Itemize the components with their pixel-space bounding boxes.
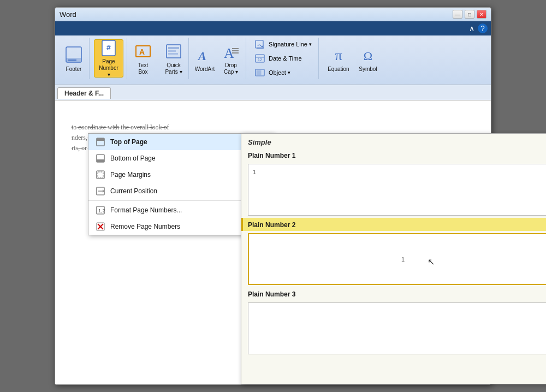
svg-text:1,2: 1,2 — [98, 208, 105, 213]
svg-rect-31 — [98, 172, 103, 177]
top-of-page-label: Top of Page — [110, 138, 258, 146]
svg-text:A: A — [197, 49, 206, 63]
wordart-label: WordArt — [195, 66, 215, 72]
doc-line-1: to coordinate with the overall look of — [72, 122, 474, 133]
plain-number-2-number: 1 — [401, 256, 405, 263]
svg-text:#: # — [106, 43, 111, 52]
footer-label: Footer — [66, 66, 82, 72]
dropcap-button[interactable]: A DropCap ▾ — [218, 39, 244, 78]
equation-icon: π — [329, 45, 348, 64]
plain-number-3-preview[interactable]: 1 — [248, 302, 546, 354]
object-label: Object — [269, 69, 286, 76]
ribbon: Footer # PageNumber ▾ — [55, 35, 491, 85]
svg-rect-14 — [232, 48, 239, 49]
window-title: Word — [60, 10, 76, 19]
svg-rect-16 — [232, 52, 239, 54]
minimize-button[interactable]: — — [453, 10, 462, 19]
signature-line-icon — [254, 38, 267, 51]
quickparts-button[interactable]: QuickParts ▾ — [161, 39, 186, 78]
quickparts-label: QuickParts ▾ — [165, 62, 182, 75]
close-button[interactable]: ✕ — [477, 10, 486, 19]
maximize-button[interactable]: □ — [465, 10, 474, 19]
footer-icon — [64, 45, 84, 64]
pagenumber-icon: # — [99, 39, 118, 57]
symbol-button[interactable]: Ω Symbol — [354, 39, 382, 78]
quickparts-icon — [164, 41, 183, 61]
symbols-group: π Equation Ω Symbol — [320, 38, 387, 79]
remove-page-numbers-icon — [95, 221, 106, 232]
svg-text:A: A — [139, 47, 145, 56]
format-page-numbers-icon: 1,2 — [95, 205, 106, 216]
svg-rect-10 — [168, 50, 176, 52]
textbox-button[interactable]: A Text Box — [130, 39, 156, 78]
top-of-page-submenu: ▲ ≡ Simple Plain Number 1 1 — [241, 133, 546, 384]
top-of-page-icon — [95, 136, 106, 147]
object-icon — [254, 66, 267, 79]
svg-text:Ω: Ω — [364, 49, 372, 63]
wordart-button[interactable]: A WordArt — [192, 39, 217, 78]
wordart-icon: A — [195, 45, 215, 64]
page-number-button[interactable]: # PageNumber ▾ — [94, 39, 123, 78]
wordart-dropcap-group: A WordArt A DropCap ▾ — [190, 38, 246, 79]
submenu-content: Simple Plain Number 1 1 Plain Number 2 1 — [241, 134, 546, 354]
textbox-icon: A — [133, 41, 153, 61]
footer-button[interactable]: Footer — [62, 39, 86, 78]
title-bar: Word — □ ✕ — [55, 8, 491, 21]
current-position-label: Current Position — [110, 187, 258, 195]
current-position-icon — [95, 186, 106, 197]
tab-bar: Header & F... — [55, 85, 491, 100]
signature-line-button[interactable]: Signature Line ▾ — [252, 38, 314, 51]
date-time-label: Date & Time — [269, 55, 302, 62]
plain-number-1-label: Plain Number 1 — [241, 149, 546, 162]
content-area: to coordinate with the overall look of n… — [55, 100, 491, 384]
signature-line-label: Signature Line — [269, 41, 307, 47]
tab-header-footer-label: Header & F... — [64, 90, 104, 97]
svg-rect-15 — [232, 50, 239, 51]
window-controls: — □ ✕ — [453, 10, 486, 19]
plain-number-3-label: Plain Number 3 — [241, 287, 546, 300]
insert-items-group: Signature Line ▾ 12 Date & Time — [247, 38, 319, 79]
ribbon-toolbar: Footer # PageNumber ▾ — [55, 35, 491, 85]
plain-number-2-preview[interactable]: 1 ↖ — [248, 233, 546, 285]
tab-header-footer[interactable]: Header & F... — [57, 87, 111, 99]
svg-rect-11 — [168, 53, 178, 55]
svg-rect-23 — [257, 70, 261, 75]
help-button[interactable]: ? — [478, 23, 488, 33]
symbol-label: Symbol — [359, 66, 377, 73]
word-window: Word — □ ✕ ∧ ? — [55, 7, 491, 385]
date-time-button[interactable]: 12 Date & Time — [252, 52, 314, 65]
svg-rect-29 — [97, 159, 104, 162]
textbox-group: A Text Box — [128, 38, 158, 79]
equation-label: Equation — [328, 66, 349, 73]
equation-button[interactable]: π Equation — [324, 39, 353, 78]
symbol-icon: Ω — [358, 45, 378, 64]
up-arrow-icon[interactable]: ∧ — [469, 24, 474, 33]
quick-access-bar: ∧ ? — [55, 21, 491, 35]
date-time-icon: 12 — [254, 52, 267, 65]
submenu-header: Simple — [241, 134, 546, 149]
svg-rect-2 — [68, 60, 76, 61]
bottom-of-page-label: Bottom of Page — [110, 155, 258, 162]
bottom-of-page-icon — [95, 153, 106, 164]
footer-group: Footer — [58, 38, 90, 79]
quickparts-group: QuickParts ▾ — [159, 38, 189, 79]
object-button[interactable]: Object ▾ — [252, 66, 314, 79]
plain-number-1-number: 1 — [253, 169, 256, 175]
page-number-label: PageNumber ▾ — [98, 58, 120, 78]
dropcap-icon: A — [221, 41, 241, 61]
plain-number-2-label: Plain Number 2 — [241, 218, 546, 231]
cursor-icon: ↖ — [428, 257, 435, 267]
page-margins-icon — [95, 169, 106, 180]
svg-text:π: π — [335, 47, 342, 63]
dropcap-label: DropCap ▾ — [224, 62, 238, 75]
page-number-group: # PageNumber ▾ — [91, 38, 127, 79]
page-margins-label: Page Margins — [110, 171, 258, 179]
textbox-label: Text Box — [134, 62, 152, 75]
plain-number-1-preview[interactable]: 1 — [248, 164, 546, 216]
svg-rect-9 — [168, 47, 179, 49]
svg-text:12: 12 — [258, 58, 262, 62]
svg-rect-27 — [97, 138, 104, 141]
